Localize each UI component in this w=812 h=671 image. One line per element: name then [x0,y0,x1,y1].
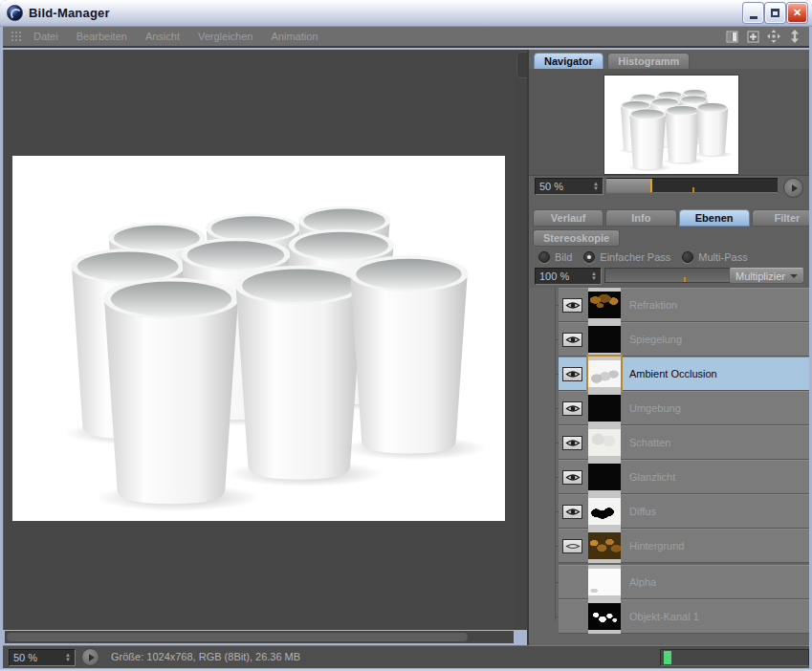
mode-bild-label: Bild [555,251,572,263]
layer-row[interactable]: Alpha [559,565,809,599]
multiplier-dropdown[interactable]: Multiplizier [729,268,804,284]
layer-thumbnail[interactable] [588,391,621,425]
menu-bar: Datei Bearbeiten Ansicht Vergleichen Ani… [3,27,809,48]
menu-datei[interactable]: Datei [33,31,58,42]
menu-bearbeiten[interactable]: Bearbeiten [77,31,127,42]
mode-einfacher-pass-label: Einfacher Pass [600,251,670,263]
layer-thumbnail[interactable] [588,529,621,563]
vertical-scrollbar[interactable] [515,50,527,630]
close-button[interactable]: ✕ [787,3,807,23]
layer-visibility-toggle[interactable] [562,401,582,416]
layer-visibility-toggle[interactable] [562,505,582,519]
mode-einfacher-pass[interactable]: Einfacher Pass [583,251,670,263]
tab-info[interactable]: Info [605,209,676,227]
image-canvas[interactable] [3,50,515,630]
tab-ebenen[interactable]: Ebenen [679,209,750,227]
layer-list: Refraktion Spiegelung Ambient Occlusio [529,288,809,645]
status-bar: 50 % ▲▼ Größe: 1024x768, RGB (8Bit), 26.… [3,645,809,668]
layer-name: Objekt-Kanal 1 [629,611,699,622]
play-icon [792,184,798,192]
chevron-down-icon [790,274,798,278]
menu-vergleichen[interactable]: Vergleichen [198,31,253,42]
navigator-thumbnail[interactable] [604,76,738,174]
layer-row[interactable]: Schatten [559,425,809,460]
layer-row[interactable]: Hintergrund [559,529,809,563]
layer-name: Spiegelung [629,334,682,345]
spinner-arrows-icon[interactable]: ▲▼ [591,271,597,281]
scroll-view-icon[interactable] [788,30,801,43]
layer-visibility-toggle[interactable] [562,436,582,450]
layer-opacity-field[interactable]: 100 % ▲▼ [535,268,602,285]
tab-verlauf[interactable]: Verlauf [533,209,604,227]
layer-name: Schatten [629,437,670,448]
layer-row[interactable]: Diffus [559,494,809,529]
eye-open-icon [565,472,581,483]
layer-thumbnail[interactable] [588,425,621,460]
tab-filter[interactable]: Filter [752,209,809,227]
layer-opacity-value: 100 % [539,271,591,282]
layer-name: Alpha [629,576,656,588]
menu-ansicht[interactable]: Ansicht [145,31,180,42]
eye-open-icon [565,507,581,517]
layer-visibility-toggle[interactable] [562,470,582,485]
eye-open-icon [565,335,581,345]
navigator-zoom-slider[interactable] [606,178,778,193]
mode-multi-pass[interactable]: Multi-Pass [682,251,747,263]
layer-thumbnail[interactable] [588,357,621,391]
layer-thumbnail[interactable] [588,460,621,494]
close-icon: ✕ [793,7,801,19]
layer-name: Umgebung [629,402,681,414]
radio-bild-icon[interactable] [538,251,550,263]
menu-animation[interactable]: Animation [271,31,318,42]
layer-visibility-toggle[interactable] [562,367,582,381]
navigator-zoom-value: 50 % [539,181,593,192]
radio-einfacher-pass-icon[interactable] [583,251,595,263]
layer-thumbnail[interactable] [588,322,621,357]
minimize-button[interactable] [743,3,763,23]
picture-viewer-window: Bild-Manager ✕ Datei Bearbeiten Ansicht … [0,0,812,671]
drag-grip-icon[interactable] [11,31,22,42]
radio-multi-pass-icon[interactable] [682,251,693,263]
statusbar-zoom-field[interactable]: 50 % ▲▼ [9,649,76,666]
mode-bild[interactable]: Bild [538,251,572,263]
layer-visibility-toggle[interactable] [562,333,582,347]
navigator-zoom-field[interactable]: 50 % ▲▼ [535,178,604,195]
spinner-arrows-icon[interactable]: ▲▼ [593,182,599,191]
horizontal-scrollbar[interactable] [5,631,514,643]
tab-navigator[interactable]: Navigator [534,53,604,70]
window-title: Bild-Manager [29,6,110,20]
layer-name: Diffus [629,506,656,517]
split-view-icon[interactable] [725,30,738,43]
layer-visibility-toggle[interactable] [562,298,582,313]
layer-row[interactable]: Umgebung [559,391,809,425]
layer-name: Hintergrund [629,540,684,552]
layer-thumbnail[interactable] [588,565,621,599]
tab-histogramm[interactable]: Histogramm [607,53,690,70]
tab-stereoskopie[interactable]: Stereoskopie [533,229,620,247]
title-bar[interactable]: Bild-Manager ✕ [0,0,812,27]
navigator-play-button[interactable] [783,178,803,198]
layer-row[interactable]: Objekt-Kanal 1 [559,599,809,634]
layer-row[interactable]: Ambient Occlusion [559,357,809,391]
spinner-arrows-icon[interactable]: ▲▼ [65,653,71,662]
render-progress-fill [664,651,671,664]
horizontal-scrollbar-thumb[interactable] [7,633,468,641]
new-window-icon[interactable] [746,30,759,43]
pan-view-icon[interactable] [767,30,780,43]
maximize-button[interactable] [765,3,785,23]
statusbar-play-button[interactable] [81,648,99,666]
layer-thumbnail[interactable] [588,599,621,634]
layer-visibility-toggle[interactable] [562,539,582,553]
layer-thumbnail[interactable] [588,288,621,322]
navigator-preview-area [529,69,809,176]
layer-row[interactable]: Refraktion [559,288,809,322]
render-progress-bar [660,649,809,666]
eye-open-icon [565,300,581,311]
layer-row[interactable]: Glanzlicht [559,460,809,494]
layer-thumbnail[interactable] [588,494,621,529]
rendered-image [12,156,505,521]
layer-name: Glanzlicht [629,471,675,483]
play-icon [89,654,95,661]
layer-row[interactable]: Spiegelung [559,322,809,357]
layer-name: Refraktion [629,299,677,311]
